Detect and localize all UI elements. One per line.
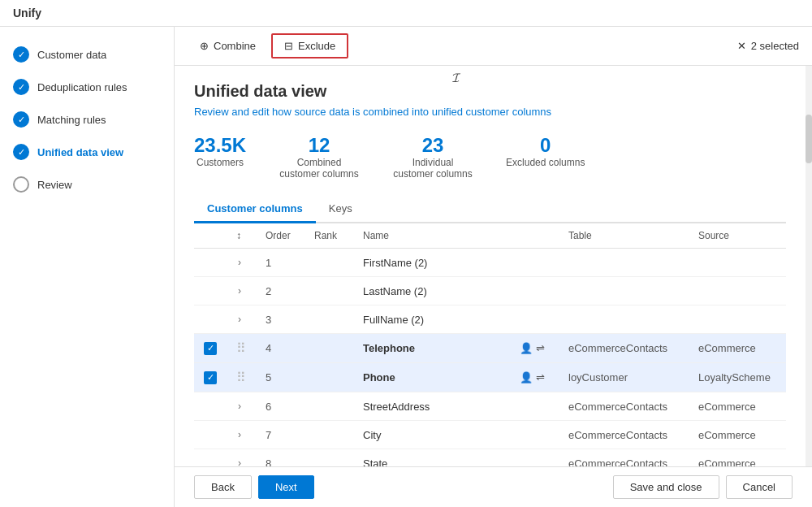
row-rank-5 (304, 363, 353, 392)
row-check-8[interactable] (194, 449, 227, 467)
row-expand-6[interactable]: › (227, 392, 256, 421)
row-name-1: FirstName (2) (353, 249, 510, 277)
row-rank-6 (304, 392, 353, 421)
expand-button[interactable]: › (236, 284, 243, 298)
table-header: ↕ Order Rank Name Table Source (194, 223, 786, 249)
row-table-8: eCommerceContacts (559, 449, 689, 467)
app-container: Unify Customer data Deduplication rules … (0, 0, 812, 507)
row-expand-7[interactable]: › (227, 421, 256, 449)
table-row[interactable]: ›7CityeCommerceContactseCommerce (194, 421, 786, 449)
footer-right: Save and close Cancel (613, 475, 793, 499)
row-name-4: Telephone (353, 334, 510, 363)
sidebar-label-customer-data: Customer data (37, 49, 106, 61)
drag-handle[interactable]: ⠿ (236, 341, 246, 355)
row-rank-4 (304, 334, 353, 363)
combine-icon: ⊕ (200, 40, 209, 52)
table-row[interactable]: ›2LastName (2) (194, 277, 786, 306)
row-order-5: 5 (256, 363, 304, 392)
person-icon: 👤 (520, 371, 533, 384)
expand-button[interactable]: › (236, 255, 243, 270)
table-row[interactable]: ›1FirstName (2) (194, 249, 786, 277)
row-check-1[interactable] (194, 249, 227, 277)
stat-customers: 23.5K Customers (194, 134, 246, 180)
scrollbar[interactable] (806, 66, 812, 466)
col-header-rank: Rank (304, 223, 353, 249)
exclude-button[interactable]: ⊟ Exclude (271, 33, 348, 58)
row-check-4[interactable] (194, 334, 227, 363)
row-icons-1 (510, 249, 559, 277)
row-icons-8 (510, 449, 559, 467)
expand-button[interactable]: › (236, 456, 243, 466)
row-name-text: Phone (363, 371, 395, 384)
stat-number-individual: 23 (422, 134, 444, 157)
row-expand-5[interactable]: ⠿ (227, 363, 256, 392)
sidebar-item-matching[interactable]: Matching rules (0, 105, 174, 134)
row-expand-1[interactable]: › (227, 249, 256, 277)
table-row[interactable]: ›3FullName (2) (194, 306, 786, 334)
checkbox-checked-icon[interactable] (204, 371, 217, 384)
row-check-7[interactable] (194, 421, 227, 449)
save-close-button[interactable]: Save and close (613, 475, 719, 499)
row-source-5: LoyaltyScheme (689, 363, 786, 392)
sidebar-item-unified[interactable]: Unified data view (0, 137, 174, 167)
row-source-6: eCommerce (689, 392, 786, 421)
row-expand-8[interactable]: › (227, 449, 256, 467)
row-rank-1 (304, 249, 353, 277)
page-title: Unified data view (194, 82, 786, 101)
sidebar-item-review[interactable]: Review (0, 170, 174, 199)
row-source-8: eCommerce (689, 449, 786, 467)
expand-button[interactable]: › (236, 399, 243, 414)
row-order-3: 3 (256, 306, 304, 334)
next-button[interactable]: Next (258, 475, 314, 499)
row-rank-2 (304, 277, 353, 306)
row-check-2[interactable] (194, 277, 227, 306)
sidebar-item-customer-data[interactable]: Customer data (0, 40, 174, 69)
row-expand-3[interactable]: › (227, 306, 256, 334)
stat-label-customers: Customers (197, 157, 244, 168)
page-subtitle: Review and edit how source data is combi… (194, 106, 786, 118)
sidebar-label-matching: Matching rules (37, 114, 106, 126)
row-check-3[interactable] (194, 306, 227, 334)
row-table-4: eCommerceContacts (559, 334, 689, 363)
back-button[interactable]: Back (194, 475, 252, 499)
sidebar-label-deduplication: Deduplication rules (37, 81, 127, 93)
exclude-icon: ⊟ (284, 40, 293, 52)
footer-left: Back Next (194, 475, 314, 499)
selected-count-label: 2 selected (751, 40, 799, 52)
combine-button[interactable]: ⊕ Combine (188, 34, 268, 58)
row-check-5[interactable] (194, 363, 227, 392)
tab-customer-columns[interactable]: Customer columns (194, 196, 316, 223)
tabs: Customer columns Keys (194, 196, 786, 223)
col-header-table: Table (559, 223, 689, 249)
row-source-1 (689, 249, 786, 277)
stat-excluded: 0 Excluded columns (506, 134, 585, 180)
col-header-icons (510, 223, 559, 249)
row-icons-7 (510, 421, 559, 449)
tab-keys[interactable]: Keys (316, 196, 365, 223)
sidebar: Customer data Deduplication rules Matchi… (0, 27, 175, 507)
table-row[interactable]: ⠿5Phone👤⇌loyCustomerLoyaltyScheme (194, 363, 786, 392)
checkbox-checked-icon[interactable] (204, 342, 217, 355)
row-name-6: StreetAddress (353, 392, 510, 421)
sidebar-label-unified: Unified data view (37, 146, 123, 158)
x-icon[interactable]: ✕ (737, 40, 746, 52)
drag-handle[interactable]: ⠿ (236, 370, 246, 384)
exclude-label: Exclude (298, 40, 335, 52)
expand-button[interactable]: › (236, 427, 243, 442)
row-table-7: eCommerceContacts (559, 421, 689, 449)
row-source-2 (689, 277, 786, 306)
table-row[interactable]: ›8StateeCommerceContactseCommerce (194, 449, 786, 467)
row-order-6: 6 (256, 392, 304, 421)
row-expand-2[interactable]: › (227, 277, 256, 306)
expand-button[interactable]: › (236, 312, 243, 327)
cancel-button[interactable]: Cancel (726, 475, 793, 499)
scrollbar-thumb[interactable] (806, 115, 812, 163)
row-check-6[interactable] (194, 392, 227, 421)
table-row[interactable]: ⠿4Telephone👤⇌eCommerceContactseCommerce (194, 334, 786, 363)
col-header-order: Order (256, 223, 304, 249)
row-order-2: 2 (256, 277, 304, 306)
row-expand-4[interactable]: ⠿ (227, 334, 256, 363)
table-row[interactable]: ›6StreetAddresseCommerceContactseCommerc… (194, 392, 786, 421)
sidebar-item-deduplication[interactable]: Deduplication rules (0, 72, 174, 102)
main-content: Unified data view Review and edit how so… (175, 66, 806, 466)
